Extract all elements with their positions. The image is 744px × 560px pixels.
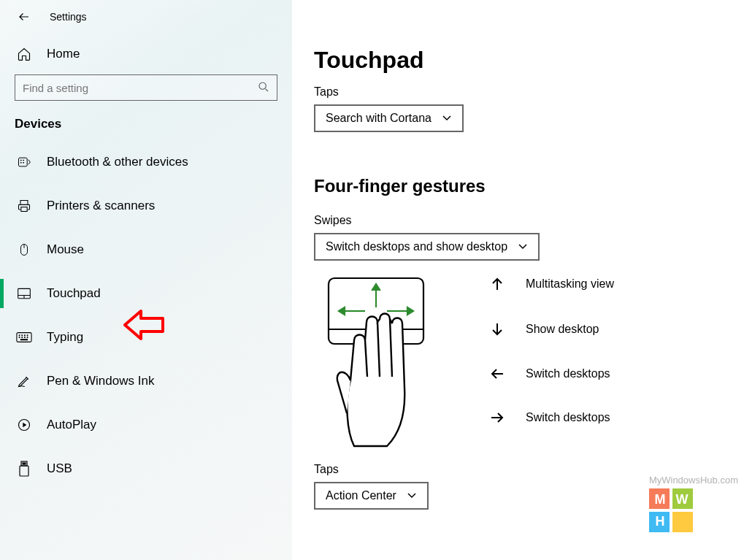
svg-point-3 — [23, 160, 24, 161]
taps-dropdown-value: Search with Cortana — [326, 112, 432, 125]
chevron-down-icon — [442, 115, 452, 122]
taps2-dropdown-value: Action Center — [326, 489, 396, 502]
sidebar-item-touchpad[interactable]: Touchpad — [0, 272, 292, 315]
svg-point-11 — [22, 335, 23, 336]
svg-rect-1 — [19, 158, 28, 166]
sidebar-item-label: AutoPlay — [47, 418, 96, 432]
svg-rect-18 — [20, 340, 27, 340]
sidebar-item-label: Mouse — [47, 242, 84, 257]
taps-dropdown[interactable]: Search with Cortana — [314, 104, 464, 132]
search-input[interactable] — [23, 82, 258, 94]
sidebar-item-label: Typing — [47, 330, 83, 345]
svg-rect-22 — [23, 463, 24, 464]
printer-icon — [16, 199, 32, 213]
sidebar-item-pen[interactable]: Pen & Windows Ink — [0, 359, 292, 403]
sidebar-item-usb[interactable]: USB — [0, 447, 292, 491]
svg-point-4 — [20, 162, 21, 163]
swipes-dropdown-value: Switch desktops and show desktop — [326, 240, 507, 253]
touchpad-illustration — [314, 271, 438, 456]
gesture-mapping: Multitasking view Show desktop Switch de… — [489, 277, 614, 424]
page-title: Touchpad — [314, 47, 722, 74]
search-icon — [258, 81, 269, 95]
svg-point-10 — [19, 335, 20, 336]
settings-sidebar: Settings Home Devices Bluetooth & other … — [0, 0, 292, 560]
gesture-down: Show desktop — [489, 322, 614, 337]
svg-point-2 — [20, 160, 21, 161]
sidebar-item-bluetooth[interactable]: Bluetooth & other devices — [0, 140, 292, 184]
watermark-logo: MWH — [649, 488, 693, 532]
arrow-down-icon — [489, 322, 505, 337]
gesture-up: Multitasking view — [489, 277, 614, 291]
svg-point-14 — [19, 337, 20, 338]
arrow-right-icon — [489, 411, 505, 424]
svg-rect-21 — [20, 466, 28, 476]
arrow-left-icon — [18, 10, 31, 23]
svg-point-13 — [27, 335, 28, 336]
mouse-icon — [16, 242, 32, 257]
arrow-left-icon — [489, 367, 505, 380]
sidebar-item-label: Printers & scanners — [47, 199, 155, 213]
gesture-label: Switch desktops — [526, 367, 610, 380]
sidebar-nav: Bluetooth & other devices Printers & sca… — [0, 140, 292, 491]
svg-point-16 — [24, 337, 25, 338]
gesture-right: Switch desktops — [489, 411, 614, 424]
taps-label: Taps — [314, 85, 722, 99]
sidebar-item-label: Bluetooth & other devices — [47, 155, 188, 169]
sidebar-item-home[interactable]: Home — [0, 35, 292, 74]
touchpad-icon — [16, 287, 32, 300]
svg-point-0 — [259, 83, 266, 89]
chevron-down-icon — [407, 492, 417, 499]
keyboard-icon — [16, 331, 32, 343]
section-header-devices: Devices — [0, 117, 292, 140]
sidebar-item-printers[interactable]: Printers & scanners — [0, 184, 292, 228]
app-title: Settings — [50, 11, 87, 23]
watermark-text: MyWindowsHub.com — [649, 475, 738, 486]
watermark: MyWindowsHub.com MWH — [649, 475, 738, 532]
svg-point-12 — [24, 335, 25, 336]
svg-rect-6 — [21, 207, 27, 212]
arrow-up-icon — [489, 277, 505, 291]
search-box[interactable] — [15, 74, 277, 101]
sidebar-item-autoplay[interactable]: AutoPlay — [0, 403, 292, 447]
sidebar-item-typing[interactable]: Typing — [0, 315, 292, 359]
gesture-left: Switch desktops — [489, 367, 614, 380]
taps2-dropdown[interactable]: Action Center — [314, 482, 429, 510]
svg-point-5 — [23, 162, 24, 163]
bluetooth-icon — [16, 155, 32, 169]
svg-rect-23 — [25, 463, 26, 464]
sidebar-item-label: Touchpad — [47, 286, 101, 301]
header-row: Settings — [0, 9, 292, 35]
gesture-label: Switch desktops — [526, 411, 610, 424]
home-icon — [16, 47, 32, 61]
sidebar-item-label: Pen & Windows Ink — [47, 374, 154, 388]
chevron-down-icon — [518, 243, 528, 250]
four-finger-heading: Four-finger gestures — [314, 176, 722, 196]
pen-icon — [16, 374, 32, 388]
gesture-label: Show desktop — [526, 323, 599, 336]
sidebar-item-mouse[interactable]: Mouse — [0, 228, 292, 272]
sidebar-item-label: USB — [47, 461, 72, 476]
usb-icon — [16, 461, 32, 477]
main-content: Touchpad Taps Search with Cortana Four-f… — [292, 0, 744, 560]
swipes-label: Swipes — [314, 214, 722, 227]
gesture-label: Multitasking view — [526, 277, 614, 291]
svg-point-15 — [22, 337, 23, 338]
back-button[interactable] — [16, 9, 32, 25]
home-label: Home — [47, 47, 80, 61]
swipes-dropdown[interactable]: Switch desktops and show desktop — [314, 233, 540, 261]
svg-point-17 — [27, 337, 28, 338]
autoplay-icon — [16, 418, 32, 432]
